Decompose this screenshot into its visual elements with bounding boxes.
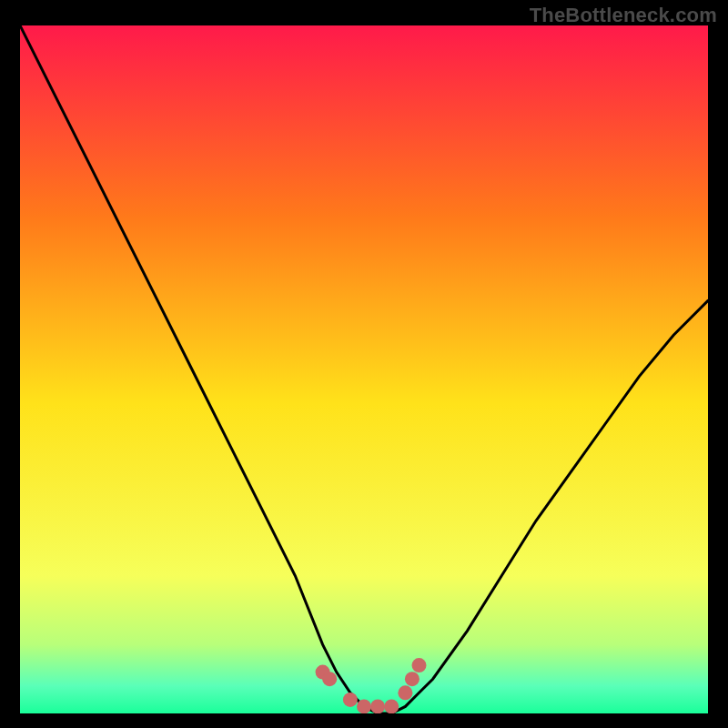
marker-point xyxy=(412,658,427,672)
marker-point xyxy=(343,693,358,707)
plot-area xyxy=(20,25,708,713)
chart-frame: TheBottleneck.com xyxy=(0,0,728,728)
marker-point xyxy=(405,672,420,686)
gradient-background xyxy=(20,25,708,713)
marker-point xyxy=(322,672,337,686)
marker-point xyxy=(398,685,412,700)
marker-point xyxy=(357,699,371,713)
marker-point xyxy=(370,699,385,713)
marker-point xyxy=(384,699,399,713)
watermark-text: TheBottleneck.com xyxy=(530,4,717,27)
plot-svg xyxy=(20,25,708,713)
